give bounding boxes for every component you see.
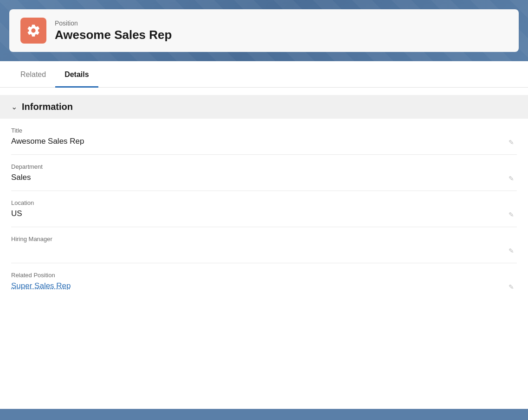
field-location: Location US ✎ [11,191,517,227]
field-hiring-manager-label: Hiring Manager [11,235,517,242]
header-subtitle: Position [55,19,172,27]
field-title-label: Title [11,127,517,134]
field-related-position-label: Related Position [11,272,517,279]
info-section-label: Information [22,102,73,112]
field-hiring-manager-value [11,245,517,255]
field-department-value: Sales [11,173,517,182]
header-text: Position Awesome Sales Rep [55,19,172,42]
field-related-position: Related Position Super Sales Rep ✎ [11,263,517,299]
header-title: Awesome Sales Rep [55,28,172,42]
field-department-label: Department [11,163,517,170]
edit-location-icon[interactable]: ✎ [509,211,514,218]
field-department: Department Sales ✎ [11,155,517,191]
field-location-value: US [11,209,517,218]
chevron-down-icon: ⌄ [11,102,17,111]
header-card: Position Awesome Sales Rep [9,9,519,52]
header-section: Position Awesome Sales Rep [0,0,528,61]
edit-title-icon[interactable]: ✎ [509,139,514,146]
tab-details[interactable]: Details [55,61,98,88]
field-related-position-value[interactable]: Super Sales Rep [11,281,517,291]
edit-hiring-manager-icon[interactable]: ✎ [509,247,514,255]
edit-related-position-icon[interactable]: ✎ [509,283,514,291]
field-title-value: Awesome Sales Rep [11,137,517,146]
information-section: ⌄ Information Title Awesome Sales Rep ✎ … [0,95,528,299]
field-title: Title Awesome Sales Rep ✎ [11,119,517,155]
info-section-header[interactable]: ⌄ Information [0,95,528,119]
field-location-label: Location [11,199,517,206]
tab-related[interactable]: Related [11,61,55,88]
main-content: Related Details ⌄ Information Title Awes… [0,61,528,409]
field-hiring-manager: Hiring Manager ✎ [11,227,517,263]
tabs-bar: Related Details [0,61,528,88]
edit-department-icon[interactable]: ✎ [509,175,514,182]
fields-container: Title Awesome Sales Rep ✎ Department Sal… [0,119,528,299]
gear-icon [26,23,41,38]
position-icon [20,18,46,44]
